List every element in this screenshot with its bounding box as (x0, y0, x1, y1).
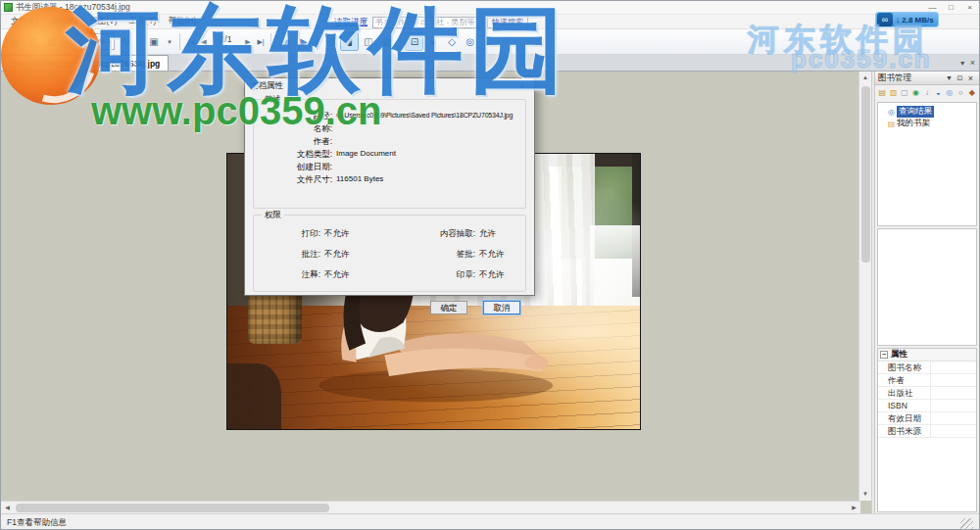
open-shelf-icon[interactable]: ▧ (888, 87, 898, 99)
pin-icon[interactable]: ⊡ (955, 74, 965, 82)
export-icon[interactable]: ◆ (967, 87, 977, 99)
download-icon[interactable]: ↓ (922, 87, 932, 99)
name-label: 名称: (260, 123, 336, 133)
magnifier-icon[interactable]: ○ (956, 87, 965, 99)
history-forward-icon[interactable]: ▶ (294, 32, 313, 51)
read-progress-link[interactable]: 读取进度 (334, 17, 368, 28)
filesize-value: 116501 Bytes (336, 174, 519, 184)
panel-menu-icon[interactable]: ▼ (944, 74, 955, 81)
horizontal-scroll-thumb[interactable] (16, 504, 329, 512)
title-bar[interactable]: 书生阅读器 - 18cpzu70534j.jpg — □ × (1, 1, 979, 15)
toolbar-separator (317, 33, 318, 50)
last-page-icon[interactable]: ▶| (254, 32, 267, 51)
tool-dropdown-icon[interactable]: ▾ (479, 32, 492, 51)
vertical-scrollbar[interactable]: ▲ ▼ (858, 72, 871, 501)
facing-view-icon[interactable]: ◫ (359, 32, 377, 51)
scroll-left-icon[interactable]: ◀ (1, 502, 14, 514)
save-icon[interactable]: ▥ (24, 32, 42, 51)
tree-item-my-bookshelf[interactable]: ▤ 我的书架 (886, 118, 974, 129)
property-row[interactable]: 图书名称 (878, 361, 976, 374)
menu-view[interactable]: 视图(V) (83, 16, 122, 27)
tree-item-query-results[interactable]: ◎ 查询结果 (886, 106, 974, 118)
property-row[interactable]: 图书来源 (878, 425, 976, 438)
book-list-pane[interactable] (877, 228, 977, 346)
page-indicator[interactable]: 1/1 (210, 34, 241, 49)
sign-permission-value: 不允许 (479, 249, 540, 261)
tab-18cpzu70534j[interactable]: 18cpzu70534j.jpg (82, 55, 169, 71)
property-value (931, 387, 976, 400)
hand-tool-icon[interactable]: ◇ (442, 32, 461, 51)
menu-file[interactable]: 文件(F) (5, 16, 44, 27)
property-value (931, 412, 976, 425)
search-icon[interactable]: ◎ (945, 87, 955, 99)
continuous-view-icon[interactable]: ▮ (340, 32, 359, 51)
property-row[interactable]: 有效日期 (878, 412, 976, 425)
cancel-button[interactable]: 取消 (483, 301, 520, 314)
info-icon[interactable]: ◒ (933, 87, 943, 99)
print-icon[interactable]: ▦ (42, 32, 61, 51)
zoom-value: 100% (85, 37, 105, 46)
first-page-icon[interactable]: |◀ (184, 32, 197, 51)
snapshot-tool-icon[interactable]: ⊡ (405, 32, 423, 51)
document-icon[interactable]: ▢ (900, 87, 909, 99)
panel-header[interactable]: 图书管理 ▼ ⊡ × (875, 72, 979, 85)
close-button[interactable]: × (960, 3, 979, 12)
book-management-panel: 图书管理 ▼ ⊡ × ▤ ▧ ▢ ◉ ↓ ◒ ◎ ○ ◆ ◎ 查询结果 (874, 72, 979, 513)
download-speed-badge[interactable]: ∞ ↓ 2.8 MB/s (875, 12, 939, 27)
panel-close-icon[interactable]: × (965, 73, 976, 83)
status-bar: F1查看帮助信息 (1, 513, 979, 530)
scroll-down-icon[interactable]: ▼ (859, 488, 872, 501)
menu-help[interactable]: 帮助(H) (162, 16, 202, 27)
permissions-group: 权限 打印: 不允许 内容抽取: 允许 批注: 不允许 签批: 不允许 注释: … (253, 215, 526, 292)
properties-title: 属性 (891, 349, 907, 361)
thumbnail-dropdown-icon[interactable]: ▾ (163, 32, 175, 51)
resize-grip-icon[interactable] (960, 518, 973, 530)
property-row[interactable]: 出版社 (878, 387, 976, 400)
refresh-icon[interactable]: ↻ (117, 32, 135, 51)
zoom-combo[interactable]: 100% ▾ (81, 33, 115, 50)
single-page-view-icon[interactable]: ▯ (321, 32, 340, 51)
dialog-close-icon[interactable]: × (515, 81, 529, 91)
history-back-icon[interactable]: ◀ (275, 32, 294, 51)
app-icon (4, 3, 13, 12)
sign-permission-label: 签批: (389, 249, 479, 261)
download-speed-text: ↓ 2.8 MB/s (896, 16, 934, 24)
previous-page-icon[interactable]: ◀ (197, 32, 210, 51)
thumbnail-panel-icon[interactable]: ▣ (144, 32, 163, 51)
continuous-facing-view-icon[interactable]: ▥ (377, 32, 396, 51)
tab-list-dropdown-icon[interactable]: ▼ (959, 60, 966, 67)
collapse-icon[interactable]: − (880, 351, 888, 359)
tab-bar-controls: ▼ × (959, 55, 979, 71)
dialog-buttons: 确定 取消 (253, 292, 526, 314)
toolbar-separator (270, 33, 271, 50)
menu-tools[interactable]: 工具(T) (123, 16, 163, 27)
property-row[interactable]: ISBN (878, 400, 976, 412)
properties-group-header[interactable]: − 属性 (878, 349, 976, 361)
dialog-title-bar[interactable]: 文档属性 × (245, 78, 534, 93)
toolbar-separator (400, 33, 401, 50)
created-label: 创建日期: (260, 162, 336, 171)
maximize-button[interactable]: □ (942, 3, 960, 12)
minimize-button[interactable]: — (923, 3, 942, 12)
book-search-input[interactable] (372, 17, 482, 28)
new-shelf-icon[interactable]: ▤ (877, 87, 887, 99)
select-tool-icon[interactable]: ▸ (423, 32, 442, 51)
globe-icon[interactable]: ◉ (910, 87, 920, 99)
menu-edit[interactable]: 编辑(E) (44, 16, 83, 27)
permissions-group-label: 权限 (262, 210, 284, 221)
email-icon[interactable]: ✉ (61, 32, 79, 51)
vertical-scroll-thumb[interactable] (861, 86, 870, 263)
name-value (336, 123, 519, 133)
tab-psug44j4irhg[interactable]: psug44j4irhg.jpg (3, 55, 81, 71)
ok-button[interactable]: 确定 (430, 301, 467, 314)
close-document-icon[interactable]: × (970, 58, 975, 68)
quick-search-button[interactable]: 快速搜索 (487, 16, 528, 28)
open-icon[interactable]: ▤ (5, 32, 24, 51)
scroll-right-icon[interactable]: ▶ (848, 502, 860, 514)
next-page-icon[interactable]: ▶ (241, 32, 254, 51)
horizontal-scrollbar[interactable]: ◀ ▶ (1, 501, 860, 513)
zoom-tool-icon[interactable]: ◎ (461, 32, 479, 51)
tab-label: psug44j4irhg.jpg (12, 59, 73, 69)
property-row[interactable]: 作者 (878, 374, 976, 387)
scroll-up-icon[interactable]: ▲ (859, 72, 872, 84)
